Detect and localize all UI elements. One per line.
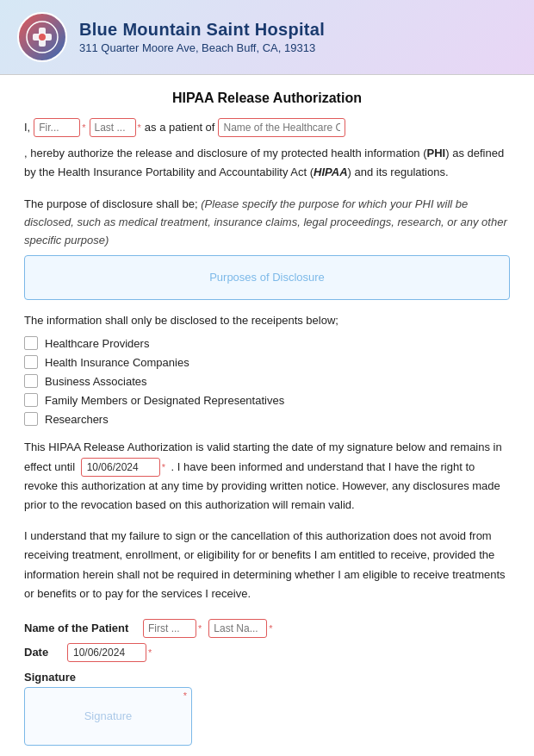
header: Blue Mountain Saint Hospital 311 Quarter…	[0, 0, 534, 75]
signature-box[interactable]: * Signature	[24, 687, 192, 746]
checkbox-healthcare-providers-box[interactable]	[24, 336, 38, 350]
patient-last-name-field[interactable]	[208, 619, 267, 638]
intro-paragraph: , hereby authorize the release and discl…	[24, 144, 510, 182]
checkbox-healthcare-providers-label: Healthcare Providers	[45, 337, 149, 350]
intro-line: I, * * as a patient of	[24, 118, 510, 137]
patient-name-row: Name of the Patient * *	[24, 619, 510, 638]
recipients-label: The information shall only be disclosed …	[24, 312, 510, 330]
svg-point-3	[39, 34, 46, 41]
hospital-logo	[17, 12, 67, 62]
checkbox-health-insurance: Health Insurance Companies	[24, 355, 510, 369]
validity-text: This HIPAA Release Authorization is vali…	[24, 440, 502, 511]
understanding-section: I understand that my failure to sign or …	[24, 527, 510, 603]
patient-first-name-field[interactable]	[143, 619, 196, 638]
checkbox-health-insurance-label: Health Insurance Companies	[45, 356, 189, 369]
form-title: HIPAA Release Authorization	[24, 91, 510, 106]
validity-section: This HIPAA Release Authorization is vali…	[24, 438, 510, 515]
purpose-textarea[interactable]: Purposes of Disclosure	[24, 255, 510, 300]
phi-bold: PHI	[427, 147, 446, 159]
signature-label: Signature	[24, 671, 510, 684]
checkbox-researchers-box[interactable]	[24, 412, 38, 426]
signature-section: Signature * Signature	[24, 671, 510, 746]
checkbox-healthcare-providers: Healthcare Providers	[24, 336, 510, 350]
patient-first-name-inline[interactable]	[34, 118, 80, 137]
date-row: Date *	[24, 643, 510, 662]
purpose-label: The purpose of disclosure shall be; (Ple…	[24, 196, 510, 249]
form-content: HIPAA Release Authorization I, * * as a …	[0, 75, 534, 756]
checkbox-business-associates-box[interactable]	[24, 374, 38, 388]
org-name-input[interactable]	[218, 118, 345, 137]
purpose-placeholder: Purposes of Disclosure	[209, 271, 325, 284]
first-name-required: *	[82, 120, 85, 136]
checkbox-business-associates-label: Business Associates	[45, 375, 147, 388]
patient-name-label: Name of the Patient	[24, 622, 136, 634]
date-field[interactable]	[67, 643, 146, 662]
checkbox-family-members-label: Family Members or Designated Representat…	[45, 394, 284, 407]
date-label: Date	[24, 646, 59, 659]
understanding-text: I understand that my failure to sign or …	[24, 527, 510, 603]
patient-last-required: *	[269, 623, 272, 634]
signature-placeholder: Signature	[84, 709, 133, 722]
checkbox-family-members-box[interactable]	[24, 393, 38, 407]
patient-first-required: *	[198, 623, 202, 634]
recipients-section: The information shall only be disclosed …	[24, 312, 510, 427]
checkbox-business-associates: Business Associates	[24, 374, 510, 388]
hipaa-bold: HIPAA	[314, 166, 347, 178]
hospital-name: Blue Mountain Saint Hospital	[79, 20, 325, 40]
date-required: *	[148, 647, 152, 658]
checkbox-researchers-label: Researchers	[45, 413, 109, 426]
as-patient-text: as a patient of	[145, 118, 215, 137]
last-name-required: *	[138, 120, 141, 136]
checkbox-health-insurance-box[interactable]	[24, 355, 38, 369]
patient-info-section: Name of the Patient * * Date *	[24, 619, 510, 662]
checkbox-researchers: Researchers	[24, 412, 510, 426]
checkbox-family-members: Family Members or Designated Representat…	[24, 393, 510, 407]
signature-required: *	[183, 690, 187, 701]
purpose-section: The purpose of disclosure shall be; (Ple…	[24, 196, 510, 299]
hospital-address: 311 Quarter Moore Ave, Beach Buff, CA, 1…	[79, 41, 325, 54]
hospital-info: Blue Mountain Saint Hospital 311 Quarter…	[79, 20, 325, 54]
validity-date-input[interactable]	[81, 458, 160, 477]
patient-last-name-inline[interactable]	[90, 118, 136, 137]
validity-date-required: *	[162, 459, 165, 476]
intro-i: I,	[24, 118, 30, 137]
